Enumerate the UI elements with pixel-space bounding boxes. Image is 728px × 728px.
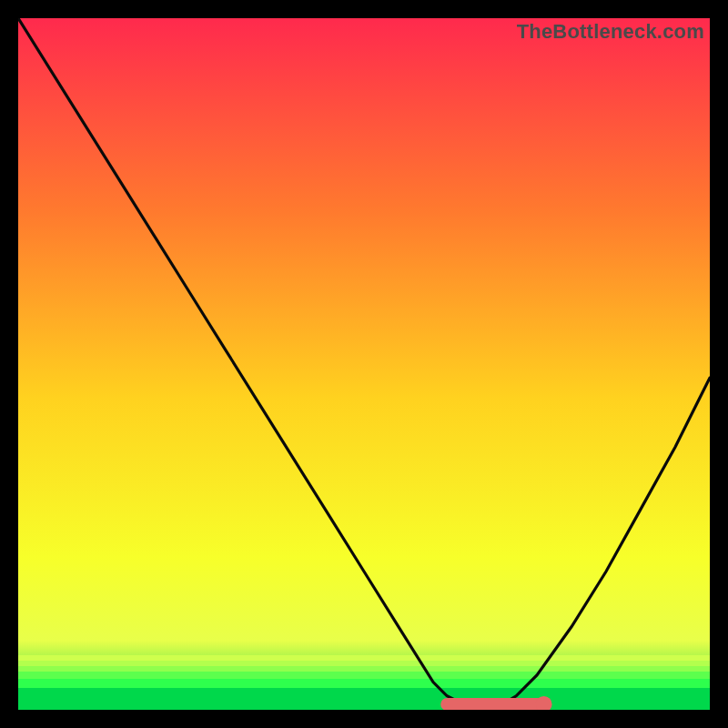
gradient-background: [18, 18, 710, 710]
svg-rect-0: [18, 655, 710, 661]
svg-rect-5: [18, 688, 710, 710]
svg-rect-3: [18, 672, 710, 679]
svg-rect-4: [18, 679, 710, 688]
chart-frame: TheBottleneck.com: [18, 18, 710, 710]
watermark-text: TheBottleneck.com: [517, 20, 704, 44]
svg-rect-1: [18, 661, 710, 666]
green-band-stripes: [18, 655, 710, 710]
svg-rect-2: [18, 666, 710, 672]
bottleneck-chart: [18, 18, 710, 710]
